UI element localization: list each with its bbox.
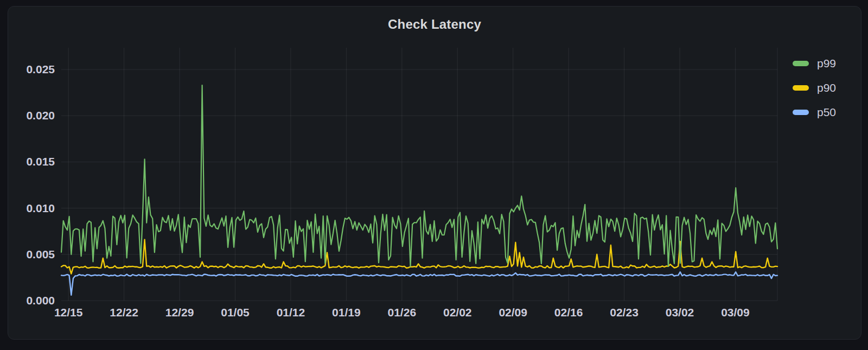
x-axis-tick-label: 12/29 xyxy=(165,306,194,319)
legend-item-p99[interactable]: p99 xyxy=(793,56,836,71)
x-axis-tick-label: 03/09 xyxy=(721,306,750,319)
y-axis-tick-label: 0.020 xyxy=(26,109,55,122)
latency-time-series-chart[interactable]: 0.0000.0050.0100.0150.0200.02512/1512/22… xyxy=(8,7,862,339)
chart-plot-area[interactable] xyxy=(61,48,777,301)
legend-item-p90[interactable]: p90 xyxy=(793,80,836,96)
legend-swatch-p99 xyxy=(793,61,809,66)
legend-label-p90: p90 xyxy=(817,81,836,94)
legend-label-p99: p99 xyxy=(817,57,836,70)
y-axis-tick-label: 0.000 xyxy=(26,294,55,307)
x-axis-tick-label: 12/22 xyxy=(110,306,138,319)
y-axis-tick-label: 0.010 xyxy=(26,202,55,214)
x-axis-tick-label: 12/15 xyxy=(54,306,83,319)
legend-label-p50: p50 xyxy=(817,106,836,119)
check-latency-panel: Check Latency 0.0000.0050.0100.0150.0200… xyxy=(8,6,861,340)
legend-item-p50[interactable]: p50 xyxy=(793,105,836,120)
y-axis-tick-label: 0.025 xyxy=(26,63,55,75)
x-axis-tick-label: 01/12 xyxy=(277,306,305,319)
chart-legend: p99p90p50 xyxy=(793,56,836,120)
y-axis-tick-label: 0.015 xyxy=(26,155,55,168)
x-axis-tick-label: 02/02 xyxy=(443,306,472,319)
x-axis-tick-label: 02/16 xyxy=(554,306,583,319)
y-axis-tick-label: 0.005 xyxy=(26,248,55,260)
legend-swatch-p90 xyxy=(793,85,809,91)
x-axis-tick-label: 01/05 xyxy=(221,306,250,319)
x-axis-tick-label: 02/09 xyxy=(499,306,527,319)
x-axis-tick-label: 01/19 xyxy=(332,306,361,319)
x-axis-tick-label: 01/26 xyxy=(388,306,417,319)
legend-swatch-p50 xyxy=(793,110,809,115)
x-axis-tick-label: 03/02 xyxy=(666,306,694,319)
x-axis-tick-label: 02/23 xyxy=(610,306,639,319)
